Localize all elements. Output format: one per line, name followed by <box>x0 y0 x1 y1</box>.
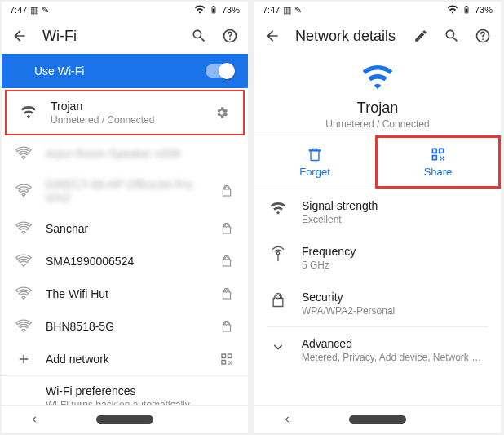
search-button[interactable] <box>444 28 460 44</box>
advanced-row[interactable]: Advanced Metered, Privacy, Add device, N… <box>254 327 501 373</box>
wifi-settings-screen: 7:47 ▥ ✎ 73% Wi-Fi Use Wi-Fi Trojan Unme… <box>2 2 248 433</box>
wifi-outline-icon <box>15 145 33 162</box>
qr-icon <box>430 146 446 162</box>
back-button[interactable] <box>11 28 28 44</box>
nav-pill[interactable] <box>349 415 406 424</box>
share-label: Share <box>424 166 453 178</box>
network-name: Trojan <box>51 100 201 113</box>
nav-bar <box>2 405 248 433</box>
lock-icon <box>219 320 235 333</box>
add-network-label: Add network <box>46 353 206 366</box>
adv-label: Advanced <box>302 337 486 350</box>
signal-row: Signal strength Excellent <box>254 189 501 235</box>
freq-label: Frequency <box>302 245 356 258</box>
network-name: Trojan <box>357 100 398 117</box>
network-name: The Wifi Hut <box>46 287 206 300</box>
nav-back[interactable] <box>282 415 292 424</box>
frequency-row: Frequency 5 GHz <box>254 235 501 281</box>
wifi-icon <box>269 199 287 217</box>
status-pen-icon: ✎ <box>294 5 302 16</box>
freq-value: 5 GHz <box>302 260 356 271</box>
network-status: Unmetered / Connected <box>51 114 201 126</box>
prefs-label: Wi-Fi preferences <box>46 384 235 397</box>
sec-value: WPA/WPA2-Personal <box>302 305 395 317</box>
action-bar: Forget Share <box>254 135 501 189</box>
connected-network-row[interactable]: Trojan Unmetered / Connected <box>7 91 243 134</box>
lock-icon <box>219 287 235 300</box>
page-title: Wi-Fi <box>42 28 176 45</box>
wifi-outline-icon <box>15 253 33 269</box>
prefs-sub: Wi-Fi turns back on automatically <box>46 399 235 405</box>
wifi-outline-icon <box>15 286 33 302</box>
use-wifi-label: Use Wi-Fi <box>34 64 84 78</box>
help-button[interactable] <box>222 28 238 44</box>
network-row[interactable]: SMA1990006524 <box>2 245 248 277</box>
battery-icon <box>209 4 219 16</box>
signal-label: Signal strength <box>302 199 378 212</box>
network-row[interactable]: Arjun Room Speaker n008 <box>2 137 248 170</box>
antenna-icon <box>269 245 287 263</box>
network-row[interactable]: BHN8518-5G <box>2 310 248 343</box>
lock-icon <box>219 184 235 198</box>
status-app-icon: ▥ <box>283 5 291 16</box>
lock-icon <box>219 255 235 268</box>
network-details-screen: 7:47 ▥ ✎ 73% Network details Trojan Unme… <box>254 2 501 433</box>
plus-icon <box>15 352 33 366</box>
status-bar: 7:47 ▥ ✎ 73% <box>2 2 248 18</box>
security-row: Security WPA/WPA2-Personal <box>254 281 501 326</box>
app-bar: Wi-Fi <box>2 18 248 54</box>
add-network-row[interactable]: Add network <box>2 343 248 375</box>
chevron-down-icon <box>269 337 287 355</box>
network-name: SMA1990006524 <box>46 255 206 268</box>
share-button[interactable]: Share <box>375 135 501 189</box>
edit-button[interactable] <box>413 28 429 44</box>
sec-label: Security <box>302 291 395 304</box>
battery-icon <box>462 4 471 16</box>
adv-value: Metered, Privacy, Add device, Network de… <box>302 352 486 363</box>
nav-back[interactable] <box>29 415 39 424</box>
search-button[interactable] <box>191 28 207 44</box>
qr-scan-button[interactable] <box>219 352 235 366</box>
network-row[interactable]: The Wifi Hut <box>2 277 248 310</box>
status-app-icon: ▥ <box>30 5 38 16</box>
lock-icon <box>219 222 235 235</box>
wifi-outline-icon <box>15 318 33 335</box>
switch-control[interactable] <box>206 64 233 78</box>
highlight-connected: Trojan Unmetered / Connected <box>5 90 245 135</box>
network-name: BHN8518-5G <box>46 320 206 333</box>
wifi-outline-icon <box>15 183 33 199</box>
status-time: 7:47 <box>263 5 280 15</box>
lock-icon <box>269 291 287 308</box>
back-button[interactable] <box>264 28 281 44</box>
status-battery: 73% <box>475 5 493 15</box>
wifi-outline-icon <box>15 220 33 237</box>
nav-bar <box>254 405 501 433</box>
network-header: Trojan Unmetered / Connected <box>254 54 501 135</box>
forget-label: Forget <box>299 166 330 178</box>
page-title: Network details <box>295 28 398 45</box>
wifi-status-icon <box>194 4 206 16</box>
forget-button[interactable]: Forget <box>254 135 375 189</box>
status-time: 7:47 <box>10 5 27 15</box>
wifi-preferences-row[interactable]: Wi-Fi preferences Wi-Fi turns back on au… <box>2 376 248 405</box>
status-bar: 7:47 ▥ ✎ 73% <box>254 2 501 18</box>
status-pen-icon: ✎ <box>42 5 49 16</box>
trash-icon <box>307 146 323 162</box>
network-name: Arjun Room Speaker n008 <box>46 147 206 160</box>
use-wifi-toggle[interactable]: Use Wi-Fi <box>2 54 248 88</box>
network-name: Sanchar <box>46 222 206 235</box>
wifi-list: Trojan Unmetered / Connected Arjun Room … <box>2 88 248 405</box>
network-row[interactable]: DIRECT-98-HP OfficeJet Pro s/m2 <box>2 170 248 212</box>
signal-value: Excellent <box>302 214 378 225</box>
nav-pill[interactable] <box>96 415 153 424</box>
wifi-status-icon <box>447 4 458 16</box>
app-bar: Network details <box>254 18 501 54</box>
network-name: DIRECT-98-HP OfficeJet Pro s/m2 <box>46 178 206 204</box>
settings-gear-button[interactable] <box>214 105 230 120</box>
network-status: Unmetered / Connected <box>325 118 429 130</box>
network-row[interactable]: Sanchar <box>2 212 248 245</box>
wifi-icon <box>20 104 38 121</box>
help-button[interactable] <box>475 28 491 44</box>
wifi-large-icon <box>361 62 394 95</box>
status-battery: 73% <box>222 5 240 15</box>
